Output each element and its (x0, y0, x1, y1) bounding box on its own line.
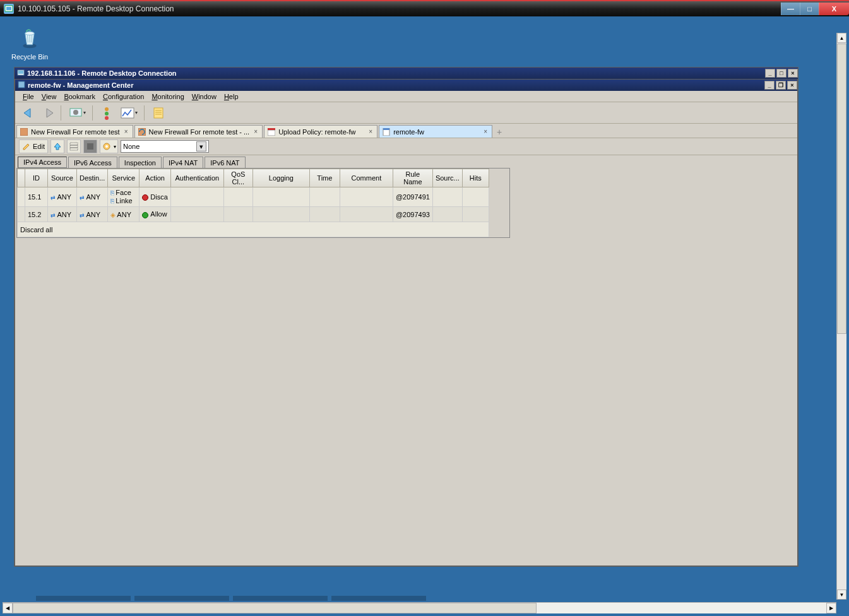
settings-dropdown-button[interactable]: ▾ (100, 139, 118, 153)
doc-tab-2[interactable]: Upload Policy: remote-fw × (264, 125, 377, 138)
svg-rect-22 (383, 128, 389, 130)
menu-view[interactable]: View (38, 93, 61, 100)
policy-tab-ipv4-access[interactable]: IPv4 Access (18, 157, 67, 168)
mc-restore-button[interactable]: ❐ (776, 81, 786, 90)
stop-button[interactable] (83, 139, 97, 153)
column-header[interactable]: Destin... (77, 169, 108, 187)
inner-rdc-title: 192.168.11.106 - Remote Desktop Connecti… (27, 69, 177, 77)
mc-close-button[interactable]: × (787, 81, 797, 90)
column-header[interactable]: Hits (462, 169, 489, 187)
column-header[interactable] (18, 169, 25, 187)
mc-minimize-button[interactable]: _ (764, 81, 775, 90)
doc-tab-0-close[interactable]: × (122, 128, 130, 136)
policy-tabs: IPv4 Access IPv6 Access Inspection IPv4 … (15, 155, 797, 168)
hscroll-thumb[interactable] (13, 603, 537, 613)
svg-point-11 (105, 116, 109, 120)
firewall-icon (20, 127, 28, 136)
svg-rect-12 (121, 108, 134, 118)
column-header[interactable]: QoS Cl... (223, 169, 252, 187)
inner-rdc-titlebar[interactable]: 192.168.11.106 - Remote Desktop Connecti… (15, 68, 798, 79)
combo-value: None (123, 143, 140, 150)
service-any-icon: ◈ (110, 211, 116, 218)
cell-id: 15.1 (25, 187, 48, 207)
rdc-small-icon (17, 69, 25, 78)
scroll-down-arrow[interactable]: ▼ (837, 589, 846, 600)
scroll-left-arrow[interactable]: ◀ (3, 603, 13, 613)
svg-rect-20 (268, 128, 275, 130)
inner-maximize-button[interactable]: □ (776, 69, 787, 78)
maximize-button[interactable]: □ (800, 3, 819, 15)
doc-tab-1[interactable]: New Firewall For remote test - ... × (134, 125, 263, 138)
mc-titlebar[interactable]: remote-fw - Management Center _ ❐ × (15, 80, 797, 91)
back-button[interactable] (19, 104, 38, 122)
notes-button[interactable] (149, 104, 168, 122)
up-button[interactable] (50, 139, 64, 153)
status-button[interactable] (97, 104, 116, 122)
menu-monitoring[interactable]: Monitoring (148, 93, 187, 100)
add-tab-button[interactable]: + (494, 126, 505, 138)
table-footer-row[interactable]: Discard all (18, 222, 489, 237)
table-row[interactable]: 15.2 ⇄ ANY ⇄ ANY ◈ANY Allow (18, 207, 489, 222)
column-header[interactable]: Source (48, 169, 77, 187)
doc-tab-3[interactable]: remote-fw × (379, 125, 492, 138)
column-header[interactable]: Sourc... (432, 169, 462, 187)
menu-window[interactable]: Window (188, 93, 220, 100)
doc-tab-1-label: New Firewall For remote test - ... (149, 128, 250, 136)
table-row[interactable]: 15.1 ⇄ ANY ⇄ ANY ⎘Face⎘Linke Disca (18, 187, 489, 207)
minimize-button[interactable]: — (781, 3, 800, 15)
menu-configuration[interactable]: Configuration (99, 93, 148, 100)
recycle-bin-icon (17, 25, 42, 50)
svg-rect-19 (268, 130, 275, 136)
column-header[interactable]: Authentication (170, 169, 223, 187)
doc-tab-3-close[interactable]: × (482, 128, 489, 136)
inner-rdc-window: 192.168.11.106 - Remote Desktop Connecti… (14, 67, 799, 567)
config-button[interactable] (66, 104, 90, 122)
column-header[interactable]: Service (108, 169, 140, 187)
menu-help[interactable]: Help (220, 93, 242, 100)
recycle-bin[interactable]: Recycle Bin (11, 25, 48, 61)
doc-tab-2-close[interactable]: × (367, 128, 374, 136)
column-header[interactable]: Comment (340, 169, 393, 187)
svg-rect-26 (87, 143, 93, 150)
scroll-thumb[interactable] (837, 44, 846, 334)
column-header[interactable]: Action (140, 169, 171, 187)
document-tabs: New Firewall For remote test × New Firew… (15, 124, 797, 138)
policy-tab-ipv6-access[interactable]: IPv6 Access (68, 157, 117, 168)
policy-tab-inspection[interactable]: Inspection (119, 157, 162, 168)
close-button[interactable]: X (819, 3, 849, 15)
column-header[interactable]: Time (309, 169, 340, 187)
upload-policy-icon (267, 127, 276, 136)
edit-button[interactable]: Edit (19, 139, 48, 153)
policy-tab-ipv6-nat[interactable]: IPv6 NAT (205, 157, 245, 168)
scroll-up-arrow[interactable]: ▲ (837, 33, 846, 43)
rdc-icon (4, 4, 14, 14)
network-icon: ⇄ (80, 212, 85, 218)
toolbar-separator-3 (144, 105, 146, 121)
svg-rect-13 (154, 108, 163, 118)
column-header[interactable]: Rule Name (393, 169, 432, 187)
doc-tab-1-close[interactable]: × (252, 128, 259, 136)
svg-rect-17 (20, 128, 28, 136)
menu-file[interactable]: File (19, 93, 38, 100)
vertical-scrollbar[interactable]: ▲ ▼ (836, 33, 846, 600)
horizontal-scrollbar[interactable]: ◀ ▶ (3, 602, 836, 613)
inner-close-button[interactable]: × (788, 69, 798, 78)
document-icon (382, 127, 391, 136)
chart-button[interactable] (117, 104, 141, 122)
column-header[interactable]: ID (25, 169, 48, 187)
inner-minimize-button[interactable]: _ (765, 69, 775, 78)
service-icon: ⎘ (110, 198, 114, 204)
menu-bookmark[interactable]: Bookmark (60, 93, 99, 100)
cell-id: 15.2 (25, 207, 48, 222)
outer-titlebar: 10.100.105.105 - Remote Desktop Connecti… (0, 0, 849, 16)
column-header[interactable]: Logging (252, 169, 309, 187)
grid-button[interactable] (67, 139, 81, 153)
discard-all-label: Discard all (18, 222, 489, 237)
scroll-right-arrow[interactable]: ▶ (826, 603, 836, 613)
policy-tab-ipv4-nat[interactable]: IPv4 NAT (163, 157, 203, 168)
doc-tab-0[interactable]: New Firewall For remote test × (16, 125, 133, 138)
forward-button[interactable] (39, 104, 58, 122)
filter-combo[interactable]: None ▾ (121, 140, 209, 153)
doc-tab-2-label: Upload Policy: remote-fw (278, 128, 355, 136)
rules-table: IDSourceDestin...ServiceActionAuthentica… (16, 168, 510, 238)
